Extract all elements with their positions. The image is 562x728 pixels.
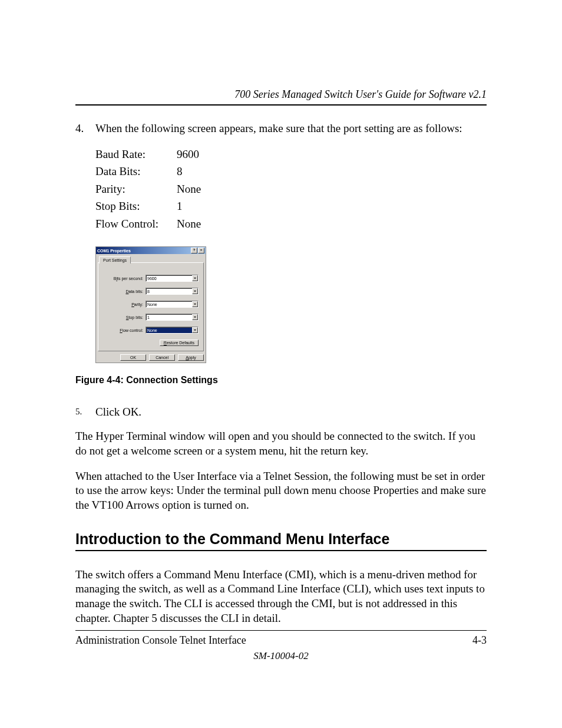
footer-section-title: Administration Console Telnet Interface bbox=[75, 634, 246, 647]
parity-label: Parity: bbox=[103, 302, 143, 307]
chevron-down-icon[interactable] bbox=[192, 275, 198, 281]
setting-label: Parity: bbox=[95, 180, 177, 197]
setting-value: 9600 bbox=[177, 146, 199, 163]
stop-bits-select[interactable]: 1 bbox=[146, 314, 199, 321]
stop-bits-label: Stop bits: bbox=[103, 315, 143, 319]
setting-value: None bbox=[177, 215, 201, 232]
page-footer: Administration Console Telnet Interface … bbox=[75, 630, 487, 647]
step-4-text: When the following screen appears, make … bbox=[95, 122, 462, 135]
close-icon[interactable]: × bbox=[198, 248, 204, 253]
chevron-down-icon[interactable] bbox=[192, 301, 198, 307]
data-bits-select[interactable]: 8 bbox=[146, 288, 199, 295]
bits-per-second-label: Bits per second: bbox=[103, 276, 143, 281]
setting-label: Data Bits: bbox=[95, 163, 177, 180]
ok-button[interactable]: OK bbox=[120, 354, 146, 361]
paragraph: When attached to the User Interface via … bbox=[75, 469, 487, 513]
step-5-text: Click OK. bbox=[95, 406, 141, 419]
data-bits-label: Data bits: bbox=[103, 289, 143, 294]
paragraph: The switch offers a Command Menu Interfa… bbox=[75, 568, 487, 626]
step-5-number: 5. bbox=[75, 406, 95, 419]
section-heading-intro-cmi: Introduction to the Command Menu Interfa… bbox=[75, 531, 487, 551]
chevron-down-icon[interactable] bbox=[192, 288, 198, 294]
cancel-button[interactable]: Cancel bbox=[149, 354, 175, 361]
flow-control-select[interactable]: None bbox=[146, 327, 199, 334]
chevron-down-icon[interactable] bbox=[192, 327, 198, 333]
dialog-title-text: COM1 Properties bbox=[97, 249, 131, 253]
running-header: 700 Series Managed Switch User's Guide f… bbox=[75, 88, 487, 106]
com1-properties-dialog: COM1 Properties ? × Port Settings Bits p… bbox=[95, 246, 206, 363]
parity-select[interactable]: None bbox=[146, 301, 199, 308]
setting-value: None bbox=[177, 180, 201, 197]
figure-4-4-caption: Figure 4-4: Connection Settings bbox=[75, 375, 487, 386]
restore-defaults-button[interactable]: Restore Defaults bbox=[160, 340, 199, 346]
bits-per-second-select[interactable]: 9600 bbox=[146, 275, 199, 282]
page-number: 4-3 bbox=[472, 634, 487, 647]
step-4: 4. When the following screen appears, ma… bbox=[75, 122, 487, 135]
setting-label: Flow Control: bbox=[95, 215, 177, 232]
port-settings-pane: Bits per second: 9600 Data bits: 8 Parit… bbox=[98, 262, 204, 351]
setting-label: Stop Bits: bbox=[95, 197, 177, 215]
step-5: 5. Click OK. bbox=[75, 406, 487, 419]
flow-control-label: Flow control: bbox=[103, 328, 143, 332]
tab-port-settings[interactable]: Port Settings bbox=[99, 256, 131, 263]
dialog-titlebar: COM1 Properties ? × bbox=[96, 247, 206, 254]
apply-button[interactable]: Apply bbox=[178, 354, 204, 361]
setting-value: 8 bbox=[177, 163, 183, 180]
setting-label: Baud Rate: bbox=[95, 146, 177, 163]
step-4-number: 4. bbox=[75, 122, 95, 135]
chevron-down-icon[interactable] bbox=[192, 314, 198, 320]
help-icon[interactable]: ? bbox=[191, 248, 197, 253]
port-settings-list: Baud Rate:9600 Data Bits:8 Parity:None S… bbox=[95, 146, 487, 232]
paragraph: The Hyper Terminal window will open and … bbox=[75, 429, 487, 458]
setting-value: 1 bbox=[177, 197, 183, 215]
document-number: SM-10004-02 bbox=[0, 650, 562, 662]
